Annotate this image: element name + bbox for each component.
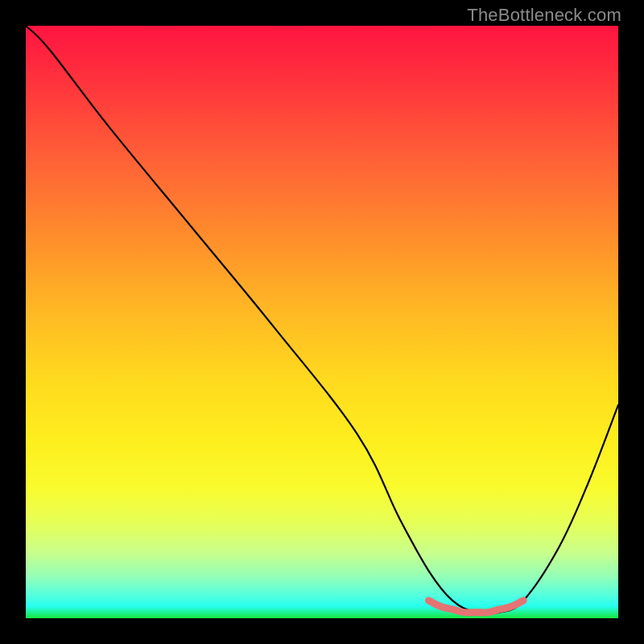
watermark-label: TheBottleneck.com [467, 5, 621, 26]
optimal-marker [428, 601, 523, 613]
curve-layer [26, 26, 618, 618]
chart-frame: TheBottleneck.com [0, 0, 644, 644]
plot-area [26, 26, 618, 618]
bottleneck-curve [26, 26, 618, 614]
